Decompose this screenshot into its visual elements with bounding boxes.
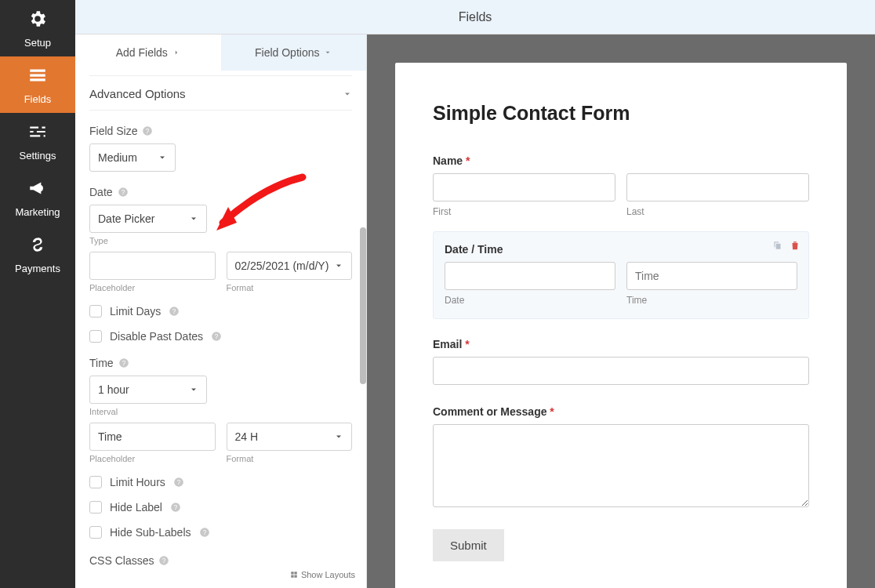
chk-label: Hide Label <box>110 501 162 514</box>
nav-settings[interactable]: Settings <box>0 113 75 169</box>
svg-text:?: ? <box>162 557 166 564</box>
chk-label: Disable Past Dates <box>110 330 203 343</box>
section-advanced-options[interactable]: Advanced Options <box>89 75 352 111</box>
help-icon[interactable]: ? <box>170 502 181 513</box>
help-icon[interactable]: ? <box>118 187 129 198</box>
sublabel-interval: Interval <box>89 407 352 416</box>
opt-text: Time <box>89 357 114 369</box>
input-last-name[interactable] <box>626 173 809 201</box>
check-limit-hours[interactable]: Limit Hours ? <box>89 476 352 488</box>
select-value: Medium <box>98 151 137 164</box>
submit-button[interactable]: Submit <box>433 529 504 561</box>
show-layouts-link[interactable]: Show Layouts <box>290 570 355 579</box>
help-icon[interactable]: ? <box>199 527 210 538</box>
tab-label: Field Options <box>255 46 319 59</box>
svg-text:?: ? <box>177 479 181 486</box>
svg-text:?: ? <box>121 189 125 196</box>
tab-add-fields[interactable]: Add Fields <box>75 34 221 71</box>
svg-text:?: ? <box>202 529 206 536</box>
label-datetime: Date / Time <box>445 243 797 256</box>
tab-label: Add Fields <box>116 46 168 59</box>
checkbox[interactable] <box>89 526 102 539</box>
select-field-size[interactable]: Medium <box>89 143 176 172</box>
time-placeholder-field[interactable] <box>98 430 207 443</box>
check-disable-past[interactable]: Disable Past Dates ? <box>89 330 352 343</box>
sublabel-last: Last <box>626 206 809 217</box>
nav-payments[interactable]: Payments <box>0 226 75 282</box>
label-field-size: Field Size ? <box>89 125 352 137</box>
sublabel-date: Date <box>445 295 615 306</box>
nav-label: Payments <box>15 263 60 274</box>
chevron-right-icon <box>172 49 180 56</box>
label-text: Email <box>433 338 462 350</box>
nav-fields[interactable]: Fields <box>0 56 75 113</box>
help-icon[interactable]: ? <box>169 306 180 317</box>
required-mark: * <box>462 338 469 350</box>
chk-label: Limit Hours <box>110 476 165 488</box>
opt-text: CSS Classes <box>89 554 154 567</box>
select-time-interval[interactable]: 1 hour <box>89 376 207 404</box>
opt-text: Field Size <box>89 125 137 137</box>
form-title: Simple Contact Form <box>433 102 809 125</box>
label-email: Email * <box>433 338 809 350</box>
label-time: Time ? <box>89 357 352 369</box>
svg-text:?: ? <box>146 128 150 135</box>
tab-field-options[interactable]: Field Options <box>221 34 367 71</box>
svg-text:?: ? <box>215 333 219 340</box>
date-placeholder-field[interactable] <box>98 260 207 272</box>
help-icon[interactable]: ? <box>211 331 222 342</box>
label-comment: Comment or Message * <box>433 405 809 418</box>
bullhorn-icon <box>27 178 48 201</box>
input-comment[interactable] <box>433 424 809 507</box>
help-icon[interactable]: ? <box>173 477 184 488</box>
sliders-icon <box>27 122 48 145</box>
sublabel-format: Format <box>227 283 353 292</box>
label-css-classes: CSS Classes ? <box>89 554 352 567</box>
input-first-name[interactable] <box>433 173 615 201</box>
gear-icon <box>27 9 48 32</box>
page-title: Fields <box>459 10 492 24</box>
duplicate-icon[interactable] <box>772 240 783 251</box>
sublabel-first: First <box>433 206 615 217</box>
nav-setup[interactable]: Setup <box>0 0 75 56</box>
help-icon[interactable]: ? <box>158 555 169 566</box>
select-value: 24 H <box>235 430 259 443</box>
help-icon[interactable]: ? <box>118 358 129 368</box>
chevron-down-icon <box>334 432 343 441</box>
opt-text: Date <box>89 186 113 198</box>
checkbox[interactable] <box>89 330 102 343</box>
nav-label: Settings <box>20 150 56 162</box>
select-date-format[interactable]: 02/25/2021 (m/d/Y) <box>227 252 353 280</box>
datetime-field-block[interactable]: Date / Time Date Time <box>433 231 809 319</box>
label-text: Name <box>433 154 463 167</box>
panel-body: Advanced Options Field Size ? Medium Dat… <box>75 71 366 583</box>
check-hide-sublabels[interactable]: Hide Sub-Labels ? <box>89 526 352 539</box>
chevron-down-icon <box>158 153 167 162</box>
nav-marketing[interactable]: Marketing <box>0 169 75 226</box>
chk-label: Limit Days <box>110 305 161 318</box>
input-email[interactable] <box>433 357 809 385</box>
label-text: Comment or Message <box>433 405 546 418</box>
nav-label: Fields <box>24 93 52 105</box>
checkbox[interactable] <box>89 305 102 318</box>
checkbox[interactable] <box>89 501 102 514</box>
nav-label: Setup <box>24 37 51 49</box>
checkbox[interactable] <box>89 476 102 488</box>
show-layouts-label: Show Layouts <box>301 570 355 579</box>
help-icon[interactable]: ? <box>142 125 153 136</box>
options-panel: Add Fields Field Options Advanced Option… <box>75 34 367 588</box>
select-time-format[interactable]: 24 H <box>227 423 353 451</box>
input-time[interactable] <box>626 262 797 290</box>
input-time-placeholder[interactable] <box>89 423 216 451</box>
chevron-down-icon <box>334 261 343 270</box>
input-date-placeholder[interactable] <box>89 252 216 280</box>
check-hide-label[interactable]: Hide Label ? <box>89 501 352 514</box>
input-date[interactable] <box>445 262 615 290</box>
sublabel-type: Type <box>89 236 352 245</box>
svg-text:?: ? <box>174 504 178 511</box>
scrollbar[interactable] <box>360 227 366 384</box>
trash-icon[interactable] <box>790 240 801 251</box>
check-limit-days[interactable]: Limit Days ? <box>89 305 352 318</box>
nav-label: Marketing <box>15 206 60 218</box>
select-date-type[interactable]: Date Picker <box>89 205 207 233</box>
